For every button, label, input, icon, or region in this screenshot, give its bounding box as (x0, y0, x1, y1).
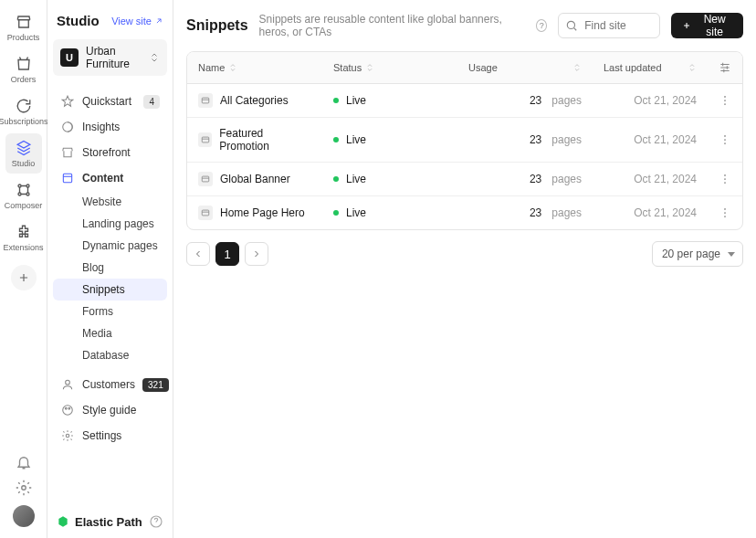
rail-label: Composer (5, 201, 43, 210)
svg-point-17 (724, 103, 726, 105)
sub-item-forms[interactable]: Forms (53, 301, 167, 322)
cell-usage: 23pages (457, 164, 593, 195)
help-icon[interactable] (149, 514, 163, 529)
prev-page-button[interactable] (186, 242, 210, 266)
cell-actions (708, 85, 742, 116)
gear-icon (60, 428, 75, 443)
svg-rect-6 (63, 174, 71, 182)
col-name[interactable]: Name (187, 52, 322, 83)
sidebar-item-label: Settings (82, 429, 121, 442)
svg-point-11 (66, 434, 69, 438)
svg-point-10 (68, 407, 70, 409)
sub-item-website[interactable]: Website (53, 191, 167, 213)
row-menu-button[interactable] (719, 94, 731, 107)
site-picker[interactable]: U Urban Furniture (53, 39, 167, 76)
status-label: Live (346, 173, 366, 185)
orders-icon (15, 55, 33, 73)
sidebar-title: Studio (57, 13, 100, 28)
search-wrapper (558, 13, 660, 38)
row-name: All Categories (220, 94, 289, 107)
cell-name: Global Banner (187, 163, 322, 195)
sidebar-item-customers[interactable]: Customers 321 (53, 372, 167, 397)
view-site-link[interactable]: View site (111, 16, 163, 26)
sub-item-database[interactable]: Database (53, 344, 167, 366)
rail-item-composer[interactable]: Composer (5, 175, 42, 216)
row-menu-button[interactable] (719, 173, 731, 185)
bell-icon[interactable] (16, 454, 32, 470)
content-icon (60, 171, 75, 185)
rail-item-studio[interactable]: Studio (5, 133, 42, 174)
sub-item-blog[interactable]: Blog (53, 257, 167, 279)
svg-point-25 (724, 182, 726, 184)
cell-usage: 23pages (457, 124, 593, 155)
plus-icon (682, 20, 691, 31)
row-menu-button[interactable] (719, 206, 731, 219)
rail-label: Products (7, 33, 40, 42)
col-updated[interactable]: Last updated (593, 52, 708, 83)
col-settings[interactable] (708, 52, 742, 83)
pagination: 1 20 per page (186, 241, 743, 267)
row-name: Featured Promotion (219, 127, 311, 153)
svg-point-9 (65, 407, 67, 409)
rail-item-orders[interactable]: Orders (5, 49, 42, 90)
customers-badge: 321 (142, 378, 169, 392)
elastic-path-icon (57, 515, 69, 528)
products-icon (15, 13, 33, 31)
col-status[interactable]: Status (322, 52, 457, 83)
svg-point-4 (21, 486, 26, 491)
gear-icon[interactable] (16, 480, 32, 496)
row-name: Home Page Hero (220, 206, 305, 219)
sidebar-item-quickstart[interactable]: Quickstart 4 (53, 89, 167, 114)
help-icon[interactable]: ? (536, 19, 547, 32)
sidebar-item-storefront[interactable]: Storefront (53, 140, 167, 165)
svg-point-21 (724, 142, 726, 144)
table-row[interactable]: Featured PromotionLive23pagesOct 21, 202… (187, 118, 742, 163)
new-site-button[interactable]: New site (671, 13, 743, 38)
sidebar-item-insights[interactable]: Insights (53, 114, 167, 140)
rail-item-products[interactable]: Products (5, 7, 42, 47)
sidebar-item-label: Insights (82, 121, 120, 133)
snippet-icon (198, 172, 213, 186)
rail-item-subscriptions[interactable]: Subscriptions (5, 91, 42, 132)
sort-icon (572, 63, 582, 72)
next-page-button[interactable] (245, 242, 268, 266)
main-content: Snippets Snippets are reusable content l… (173, 0, 756, 538)
table-header: Name Status Usage Last updated (187, 52, 742, 84)
rail-label: Extensions (3, 243, 43, 252)
subscriptions-icon (15, 97, 33, 115)
per-page-select[interactable]: 20 per page (652, 241, 743, 267)
sidebar-item-settings[interactable]: Settings (53, 423, 167, 448)
cell-status: Live (322, 85, 457, 116)
sidebar-item-label: Quickstart (82, 95, 131, 108)
sidebar-item-style-guide[interactable]: Style guide (53, 397, 167, 423)
sub-item-media[interactable]: Media (53, 322, 167, 344)
svg-point-27 (724, 208, 726, 210)
table-row[interactable]: Global BannerLive23pagesOct 21, 2024 (187, 163, 742, 196)
cell-actions (708, 164, 742, 195)
user-avatar[interactable] (13, 505, 35, 527)
sub-item-dynamic-pages[interactable]: Dynamic pages (53, 235, 167, 257)
rail-item-extensions[interactable]: Extensions (5, 217, 42, 258)
table-row[interactable]: Home Page HeroLive23pagesOct 21, 2024 (187, 196, 742, 229)
rail-add-button[interactable] (11, 265, 37, 290)
rail-label: Studio (12, 159, 36, 168)
sidebar-item-content[interactable]: Content (53, 165, 167, 191)
usage-count: 23 (530, 173, 541, 185)
table-row[interactable]: All CategoriesLive23pagesOct 21, 2024 (187, 84, 742, 118)
storefront-icon (60, 145, 75, 160)
svg-rect-14 (202, 98, 209, 103)
cell-actions (708, 197, 742, 228)
usage-count: 23 (530, 206, 541, 219)
view-site-label: View site (111, 16, 152, 26)
cell-name: All Categories (187, 84, 322, 117)
svg-point-19 (724, 135, 726, 137)
sidebar-item-label: Content (82, 172, 123, 185)
col-usage[interactable]: Usage (457, 52, 593, 83)
sub-item-landing-pages[interactable]: Landing pages (53, 213, 167, 235)
external-link-icon (154, 16, 163, 26)
row-menu-button[interactable] (719, 133, 731, 146)
snippets-table: Name Status Usage Last updated All Categ… (186, 51, 743, 230)
page-1-button[interactable]: 1 (215, 242, 239, 266)
cell-updated: Oct 21, 2024 (593, 124, 708, 155)
sub-item-snippets[interactable]: Snippets (53, 279, 167, 301)
